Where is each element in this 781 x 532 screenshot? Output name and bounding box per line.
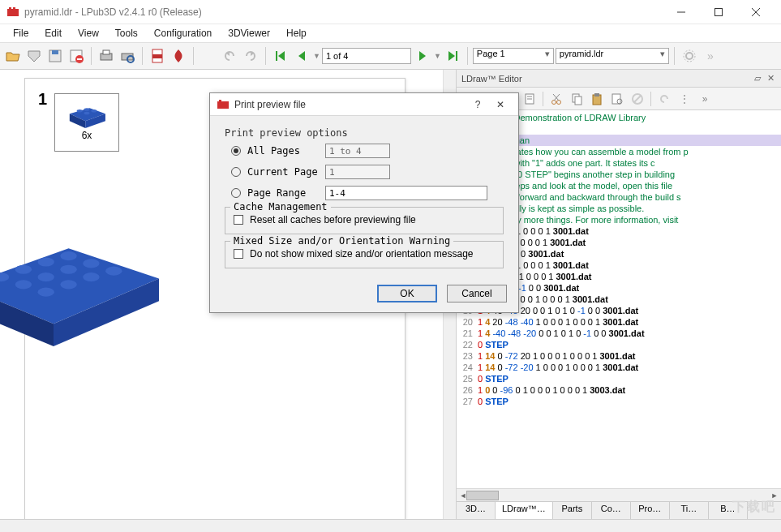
tab-co[interactable]: Co… [592, 502, 631, 519]
menu-file[interactable]: File [5, 26, 36, 41]
tab-b[interactable]: B… [709, 502, 748, 519]
next-dd-icon[interactable]: ▼ [434, 52, 441, 60]
svg-point-24 [84, 112, 89, 115]
menu-configuration[interactable]: Configuration [146, 26, 220, 41]
svg-point-19 [686, 53, 693, 59]
current-page-value [325, 165, 390, 179]
print-preview-icon[interactable] [118, 46, 137, 66]
menu-view[interactable]: View [70, 26, 107, 41]
tab-3d[interactable]: 3D… [457, 502, 496, 519]
ed-chevron-icon[interactable]: » [696, 90, 714, 108]
svg-rect-48 [575, 97, 581, 105]
menu-edit[interactable]: Edit [36, 26, 70, 41]
page-indicator-input[interactable] [322, 48, 411, 64]
menu-tools[interactable]: Tools [107, 26, 146, 41]
editor-float-icon[interactable]: ▱ [752, 73, 763, 84]
assembly-brick-icon [0, 241, 171, 346]
svg-point-26 [15, 265, 32, 274]
svg-point-22 [84, 108, 89, 111]
svg-rect-56 [219, 100, 221, 102]
open-icon[interactable] [3, 46, 23, 66]
ed-cut-icon[interactable] [547, 90, 565, 108]
svg-rect-2 [13, 7, 15, 10]
editor-line: 261 0 0 -96 0 1 0 0 0 1 0 0 0 1 3003.dat [458, 384, 781, 396]
editor-titlebar: LDraw™ Editor ▱ ✕ [457, 70, 781, 88]
svg-line-46 [553, 94, 559, 101]
dialog-titlebar[interactable]: Print preview file ? ✕ [210, 93, 518, 116]
ed-doc-icon[interactable] [521, 90, 539, 108]
reset-caches-checkbox[interactable] [234, 215, 243, 225]
prev-page-icon[interactable] [292, 46, 311, 66]
ok-button[interactable]: OK [377, 285, 437, 302]
svg-point-36 [105, 267, 122, 276]
tab-ldraw[interactable]: LDraw™… [496, 502, 553, 519]
parts-callout: 6x [54, 93, 119, 152]
radio-current-page[interactable] [231, 167, 241, 177]
app-icon [6, 6, 19, 19]
minimize-button[interactable] [663, 0, 700, 24]
dialog-app-icon [217, 98, 230, 111]
close-file-icon[interactable] [67, 46, 86, 66]
editor-line: 250 STEP [458, 373, 781, 384]
menu-3dviewer[interactable]: 3DViewer [220, 26, 278, 41]
chevron-right-icon[interactable]: » [701, 46, 720, 66]
ed-more-icon[interactable]: ⋮ [676, 90, 693, 108]
redo-icon[interactable] [241, 46, 260, 66]
page-range-input[interactable] [325, 186, 487, 200]
gear-icon[interactable] [680, 46, 699, 66]
window-titlebar: pyramid.ldr - LPub3D v2.4.1 r0 (Release) [0, 0, 781, 24]
undo-icon[interactable] [220, 46, 239, 66]
svg-point-33 [38, 288, 54, 297]
svg-point-23 [91, 109, 97, 113]
mixed-warning-checkbox[interactable] [234, 249, 243, 259]
print-icon[interactable] [97, 46, 116, 66]
editor-title: LDraw™ Editor [461, 74, 750, 84]
close-button[interactable] [737, 0, 775, 24]
radio-all-pages[interactable] [231, 146, 241, 156]
prev-dd-icon[interactable]: ▼ [313, 52, 320, 60]
editor-hscrollbar[interactable]: ◄► [457, 488, 781, 501]
editor-close-icon[interactable]: ✕ [765, 73, 776, 84]
cancel-button[interactable]: Cancel [447, 285, 507, 302]
svg-rect-18 [456, 51, 457, 61]
dialog-help-button[interactable]: ? [466, 95, 489, 114]
tab-pro[interactable]: Pro… [631, 502, 670, 519]
save-as-icon[interactable] [45, 46, 65, 66]
radio-page-range[interactable] [231, 188, 241, 198]
menu-help[interactable]: Help [278, 26, 315, 41]
next-page-icon[interactable] [413, 46, 432, 66]
ed-disabled-icon[interactable] [629, 90, 646, 108]
file-select[interactable]: pyramid.ldr▾ [556, 48, 669, 64]
svg-rect-16 [152, 54, 162, 58]
tab-parts[interactable]: Parts [553, 502, 592, 519]
editor-line: 270 STEP [458, 396, 781, 407]
step-number: 1 [38, 90, 47, 109]
svg-rect-0 [7, 9, 19, 16]
ed-copy-icon[interactable] [568, 90, 586, 108]
tab-ti[interactable]: Ti… [670, 502, 709, 519]
brick-icon [64, 104, 109, 128]
svg-point-43 [552, 100, 556, 104]
svg-point-27 [38, 257, 54, 266]
ed-find-icon[interactable] [608, 90, 626, 108]
svg-point-44 [557, 100, 561, 104]
last-page-icon[interactable] [443, 46, 462, 66]
save-icon[interactable] [24, 46, 44, 66]
svg-point-32 [83, 259, 99, 268]
ed-paste-icon[interactable] [588, 90, 606, 108]
svg-rect-12 [103, 50, 109, 54]
editor-line: 241 14 0 -72 -20 1 0 0 0 1 0 0 0 1 3001.… [458, 362, 781, 373]
first-page-icon[interactable] [271, 46, 290, 66]
menubar: File Edit View Tools Configuration 3DVie… [0, 24, 781, 42]
mixed-warning-label: Do not show mixed size and/or orientatio… [250, 248, 473, 260]
maximize-button[interactable] [700, 0, 737, 24]
svg-rect-1 [9, 7, 11, 10]
svg-point-34 [60, 280, 76, 289]
radio-range-label: Page Range [247, 187, 325, 199]
export-pdf-icon[interactable] [148, 46, 167, 66]
acrobat-icon[interactable] [169, 46, 188, 66]
dialog-close-button[interactable]: ✕ [489, 95, 512, 114]
radio-current-label: Current Page [247, 166, 325, 178]
ed-undo-icon[interactable] [655, 90, 673, 108]
page-select[interactable]: Page 1▾ [473, 48, 554, 64]
